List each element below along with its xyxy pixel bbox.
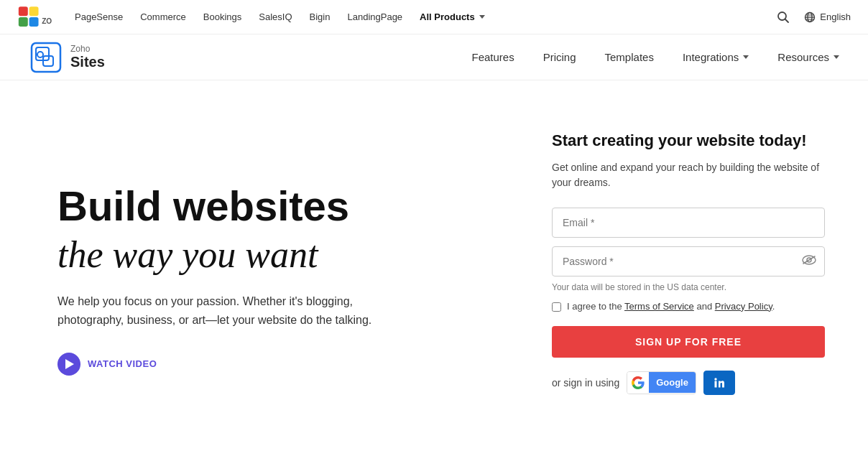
password-field[interactable] [552,246,825,276]
linkedin-signin-button[interactable] [703,371,735,395]
svg-rect-20 [714,381,716,387]
google-signin-button[interactable]: Google [627,371,696,394]
nav-bookings[interactable]: Bookings [203,11,241,22]
allproducts-chevron-icon [479,15,485,19]
google-icon [627,372,649,394]
svg-point-15 [37,52,43,57]
secondary-nav: Zoho Sites Features Pricing Templates In… [0,34,868,80]
svg-line-6 [785,19,789,22]
language-label: English [820,11,851,22]
top-nav: PageSense Commerce Bookings SalesIQ Bigi… [75,11,774,22]
signup-button[interactable]: SIGN UP FOR FREE [552,326,825,358]
secondary-nav-links: Features Pricing Templates Integrations … [471,51,839,63]
google-label: Google [649,372,696,393]
play-triangle-icon [65,359,74,369]
resources-chevron-icon [834,55,839,59]
svg-point-21 [714,378,716,380]
play-circle-icon [57,353,80,376]
search-button[interactable] [774,8,793,27]
nav-pagesense[interactable]: PageSense [75,11,123,22]
nav-features[interactable]: Features [471,51,514,63]
terms-row: I agree to the Terms of Service and Priv… [552,301,825,312]
top-nav-right: English [774,8,851,27]
hero-headline: Build websites [57,185,523,228]
svg-rect-0 [19,6,28,16]
globe-icon [804,11,816,23]
svg-rect-1 [29,6,39,16]
nav-allproducts[interactable]: All Products [420,11,485,22]
main-content: Build websites the way you want We help … [0,80,868,451]
nav-pricing[interactable]: Pricing [543,51,576,63]
svg-rect-2 [19,17,28,27]
linkedin-icon [713,376,726,389]
svg-text:ZOHO: ZOHO [42,17,52,25]
hero-description: We help you focus on your passion. Wheth… [57,292,402,329]
nav-integrations[interactable]: Integrations [683,51,749,63]
nav-templates[interactable]: Templates [605,51,654,63]
data-storage-note: Your data will be stored in the US data … [552,282,825,292]
nav-landingpage[interactable]: LandingPage [347,11,402,22]
nav-commerce[interactable]: Commerce [140,11,186,22]
sites-logo-icon [29,40,63,75]
signup-section: Start creating your website today! Get o… [552,124,825,422]
terms-of-service-link[interactable]: Terms of Service [624,301,694,312]
watch-video-button[interactable]: WATCH VIDEO [57,353,523,376]
top-bar: ZOHO PageSense Commerce Bookings SalesIQ… [0,0,868,34]
sites-logo-text: Zoho Sites [70,45,105,70]
or-sign-in-label: or sign in using [552,377,619,389]
nav-bigin[interactable]: Bigin [310,11,331,22]
nav-salesiq[interactable]: SalesIQ [259,11,292,22]
privacy-policy-link[interactable]: Privacy Policy [715,301,772,312]
hero-section: Build websites the way you want We help … [57,124,523,422]
integrations-chevron-icon [743,55,749,59]
password-wrapper [552,246,825,276]
search-icon [777,11,790,24]
svg-rect-3 [29,17,39,27]
zoho-sites-logo[interactable]: Zoho Sites [29,40,105,75]
nav-resources[interactable]: Resources [777,51,839,63]
terms-label: I agree to the Terms of Service and Priv… [567,301,775,312]
sign-in-row: or sign in using Google [552,371,825,395]
zoho-logo[interactable]: ZOHO [17,4,52,30]
hero-subheadline: the way you want [57,234,523,275]
email-field[interactable] [552,208,825,238]
language-button[interactable]: English [804,11,851,23]
eye-toggle-icon[interactable] [802,255,816,268]
terms-checkbox[interactable] [552,302,561,312]
signup-title: Start creating your website today! [552,131,825,152]
signup-subtitle: Get online and expand your reach by buil… [552,160,825,190]
